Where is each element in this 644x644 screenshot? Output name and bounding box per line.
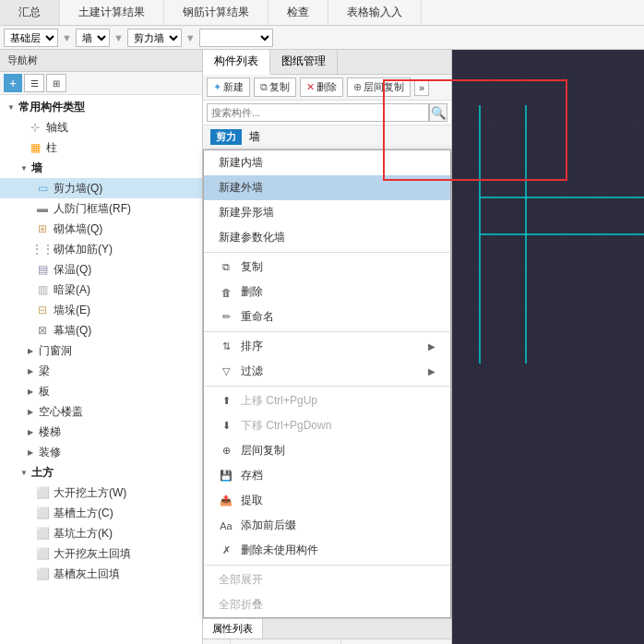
column-icon: ▦ <box>28 141 42 154</box>
new-button[interactable]: ✦ 新建 <box>207 78 250 97</box>
ctx-delete[interactable]: 🗑 删除 <box>204 280 450 304</box>
ctx-extract[interactable]: 📤 提取 <box>204 488 450 513</box>
tree-label-pit-soil: 基坑土方(K) <box>54 526 113 542</box>
ctx-expand-all[interactable]: 全部展开 <box>204 567 450 592</box>
menu-rebar-results[interactable]: 钢筋计算结果 <box>164 0 268 25</box>
ctx-copy[interactable]: ⧉ 复制 <box>204 255 450 280</box>
context-menu: 新建内墙 新建外墙 新建异形墙 新建参数化墙 ⧉ 复制 <box>203 149 451 618</box>
nav-header: 导航树 <box>0 50 202 72</box>
shear-wall-item[interactable]: 剪力 墙 <box>203 125 451 149</box>
ctx-new-inner-wall[interactable]: 新建内墙 <box>204 150 450 175</box>
search-button[interactable]: 🔍 <box>429 103 447 122</box>
floor-copy-button[interactable]: ⊕ 层间复制 <box>347 78 411 97</box>
tree-item-common[interactable]: ▼ 常用构件类型 <box>0 97 202 117</box>
top-menubar: 汇总 土建计算结果 钢筋计算结果 检查 表格输入入 <box>0 0 644 26</box>
tree-item-column[interactable]: ▦ 柱 <box>0 137 202 158</box>
ctx-sep4 <box>204 565 450 566</box>
menu-civil-results[interactable]: 土建计算结果 <box>60 0 164 25</box>
delete-label: 删除 <box>316 80 337 94</box>
ctx-new-outer-wall[interactable]: 新建外墙 <box>204 175 450 200</box>
element-type-select[interactable]: 墙 <box>76 29 110 47</box>
nav-add-button[interactable]: + <box>4 74 22 92</box>
sort-ctx-icon: ⇅ <box>219 340 233 354</box>
tree-item-wall-col[interactable]: ⊟ 墙垛(E) <box>0 300 202 320</box>
tab-component-list[interactable]: 构件列表 <box>203 50 270 75</box>
insulation-icon: ▤ <box>35 263 50 276</box>
tree-item-beam[interactable]: ▶ 梁 <box>0 361 202 381</box>
wall-type-select[interactable]: 剪力墙 <box>127 29 182 47</box>
tree-item-axis[interactable]: ⊹ 轴线 <box>0 117 202 137</box>
sort-ctx-label: 排序 <box>241 339 263 354</box>
copy-ctx-icon: ⧉ <box>219 260 233 275</box>
nav-grid-button[interactable]: ⊞ <box>46 74 66 92</box>
ctx-collapse-all[interactable]: 全部折叠 <box>204 592 450 617</box>
tree-item-decoration[interactable]: ▶ 装修 <box>0 442 202 462</box>
menu-summary[interactable]: 汇总 <box>0 0 60 25</box>
prop-col-value-header: 属性值 <box>341 639 451 644</box>
property-header: 属性名称 属性值 <box>203 639 451 644</box>
tree-item-wall[interactable]: ▼ 墙 <box>0 158 202 178</box>
tree-item-fill-clay[interactable]: ⬜ 大开挖灰土回填 <box>0 543 202 564</box>
ctx-move-up[interactable]: ⬆ 上移 Ctrl+PgUp <box>204 388 450 413</box>
ctx-save[interactable]: 💾 存档 <box>204 463 450 488</box>
filter-ctx-label: 过滤 <box>241 364 263 379</box>
nav-tree: ▼ 常用构件类型 ⊹ 轴线 ▦ 柱 ▼ 墙 ▭ 剪力墙(Q <box>0 95 202 644</box>
more-button[interactable]: » <box>414 79 429 96</box>
tree-item-foundation-soil[interactable]: ⬜ 基槽土方(C) <box>0 503 202 523</box>
delete-icon-btn: ✕ <box>306 81 315 93</box>
tab-drawing-mgmt[interactable]: 图纸管理 <box>270 50 338 74</box>
component-panel: 构件列表 图纸管理 ✦ 新建 ⧉ 复制 ✕ 删除 <box>203 50 452 644</box>
ctx-add-suffix[interactable]: Aa 添加前后缀 <box>204 513 450 538</box>
tree-item-air-roof[interactable]: ▶ 空心楼盖 <box>0 401 202 422</box>
ctx-new-special-wall[interactable]: 新建异形墙 <box>204 200 450 225</box>
dark-beam-icon: ▥ <box>35 283 50 296</box>
expand-all-ctx-label: 全部展开 <box>219 572 263 588</box>
tree-item-insulation[interactable]: ▤ 保温(Q) <box>0 259 202 280</box>
tree-item-stairs[interactable]: ▶ 楼梯 <box>0 422 202 442</box>
rename-ctx-icon: ✏ <box>219 310 233 325</box>
tree-item-earthwork[interactable]: ▼ 土方 <box>0 462 202 483</box>
tree-item-brick-wall[interactable]: ⊞ 砌体墙(Q) <box>0 219 202 239</box>
tree-label-wall: 墙 <box>31 161 42 176</box>
tree-label-air-roof: 空心楼盖 <box>39 404 83 420</box>
ctx-filter[interactable]: ▽ 过滤 ▶ <box>204 359 450 384</box>
ctx-rename[interactable]: ✏ 重命名 <box>204 304 450 329</box>
tree-item-parapet[interactable]: ⊠ 幕墙(Q) <box>0 320 202 340</box>
menu-table-input[interactable]: 表格输入入 <box>328 0 422 25</box>
tree-label-common: 常用构件类型 <box>18 100 85 115</box>
prop-tab-list[interactable]: 属性列表 <box>203 619 263 638</box>
tree-item-blast-door[interactable]: ▬ 人防门框墙(RF) <box>0 198 202 219</box>
filter-ctx-icon: ▽ <box>219 364 233 379</box>
expand-arrow-wall: ▼ <box>20 164 30 173</box>
tree-item-slab[interactable]: ▶ 板 <box>0 381 202 401</box>
move-up-ctx-icon: ⬆ <box>219 394 233 409</box>
ctx-new-param-wall[interactable]: 新建参数化墙 <box>204 225 450 250</box>
ctx-delete-unused[interactable]: ✗ 删除未使用构件 <box>204 538 450 563</box>
main-layout: 导航树 + ☰ ⊞ ▼ 常用构件类型 ⊹ 轴线 ▦ 柱 <box>0 50 644 644</box>
tree-item-fill-grey[interactable]: ⬜ 基槽灰土回填 <box>0 564 202 584</box>
new-special-wall-label: 新建异形墙 <box>219 205 274 221</box>
delete-button[interactable]: ✕ 删除 <box>300 78 343 97</box>
ctx-move-down[interactable]: ⬇ 下移 Ctrl+PgDown <box>204 413 450 438</box>
new-inner-wall-label: 新建内墙 <box>219 155 263 171</box>
tree-item-masonry[interactable]: ⋮⋮ 砌体加筋(Y) <box>0 239 202 259</box>
tree-label-wall-col: 墙垛(E) <box>54 303 90 318</box>
tree-item-pit-soil[interactable]: ⬜ 基坑土方(K) <box>0 523 202 543</box>
tree-item-dark-beam[interactable]: ▥ 暗梁(A) <box>0 280 202 300</box>
ctx-sort[interactable]: ⇅ 排序 ▶ <box>204 334 450 359</box>
floor-select[interactable]: 基础层 <box>4 29 58 47</box>
nav-list-button[interactable]: ☰ <box>24 74 44 92</box>
delete-ctx-icon: 🗑 <box>219 285 233 300</box>
ctx-floor-copy[interactable]: ⊕ 层间复制 <box>204 438 450 463</box>
tree-label-dark-beam: 暗梁(A) <box>54 282 90 298</box>
ctx-sep2 <box>204 331 450 332</box>
menu-check[interactable]: 检查 <box>268 0 328 25</box>
tree-item-door-window[interactable]: ▶ 门窗洞 <box>0 340 202 361</box>
tree-label-blast-door: 人防门框墙(RF) <box>54 201 131 217</box>
tree-label-stairs: 楼梯 <box>39 424 61 440</box>
search-input[interactable] <box>207 103 429 122</box>
copy-button[interactable]: ⧉ 复制 <box>254 78 296 97</box>
tree-item-open-cut[interactable]: ⬜ 大开挖土方(W) <box>0 483 202 503</box>
tree-item-shear-wall[interactable]: ▭ 剪力墙(Q) <box>0 178 202 198</box>
sub-select[interactable] <box>199 29 273 47</box>
